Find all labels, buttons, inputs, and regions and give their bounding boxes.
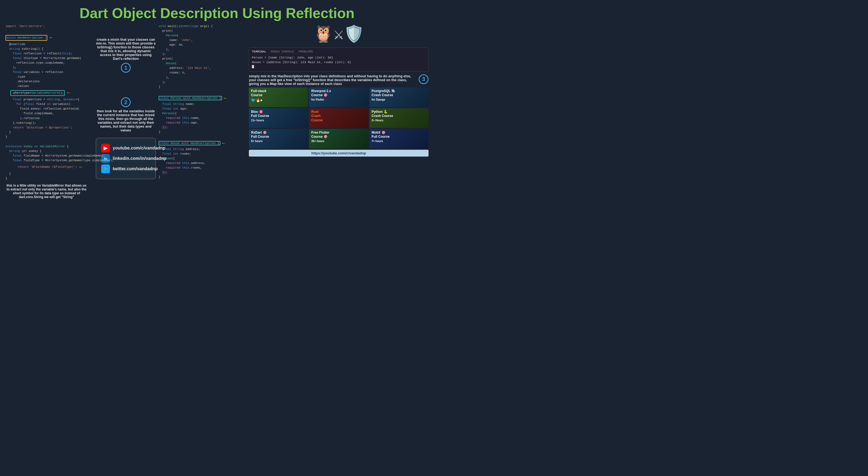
arrow-2: ← <box>67 89 70 97</box>
course-label-python: Python 🐍Crash Course2+ Hours <box>372 110 393 123</box>
tab-debug[interactable]: DEBUG CONSOLE <box>271 50 294 53</box>
callout-circle-2: 2 <box>121 97 131 107</box>
course-label-rxdart: RxDart 🎯Full Course9+ hours <box>251 131 269 143</box>
course-card-bloc[interactable]: Bloc 🎯Full Course11+ hours <box>249 108 308 128</box>
terminal-line-1: Person = {name (String): John, age (int)… <box>252 56 426 60</box>
house-class-highlight: class House with HasDescription { <box>159 141 220 145</box>
course-label-riverpod: Riverpod 2.xCourse 🎯for Flutter <box>311 89 331 102</box>
person-class-highlight-row: class Person with HasDescription { ← <box>159 95 246 101</box>
terminal-output: Person = {name (String): John, age (int)… <box>252 56 426 69</box>
arrow-4: ← <box>224 95 227 101</box>
page-title: Dart Object Description Using Reflection <box>0 0 434 24</box>
callout-circle-1: 1 <box>121 63 131 73</box>
callout-2-wrapper: 2 then look for all the variables inside… <box>96 97 156 132</box>
bottom-annotation: this is a little utility on VariableMirr… <box>5 183 88 199</box>
course-card-python[interactable]: Python 🐍Crash Course2+ Hours <box>369 108 429 128</box>
terminal-line-2: House = {address (String): 123 Main St, … <box>252 60 426 65</box>
terminal-box: TERMINAL DEBUG CONSOLE PROBLEMS Person =… <box>249 47 429 72</box>
callout-circle-3: 3 <box>419 74 429 84</box>
terminal-cursor <box>252 65 254 68</box>
course-label-bloc: Bloc 🎯Full Course11+ hours <box>251 110 269 123</box>
twitter-link[interactable]: 🐦 twitter.com/vandadnp <box>101 165 150 173</box>
middle-code-panel: void main(List<String> args) { print( Pe… <box>159 24 246 199</box>
course-card-fullstack[interactable]: Full-stackCourse🐦🔥♠️ <box>249 88 308 107</box>
terminal-tabs: TERMINAL DEBUG CONSOLE PROBLEMS <box>252 50 426 53</box>
course-label-postgresql: PostgreSQL 🐘Crash Coursefor Django <box>372 89 396 102</box>
twitter-icon: 🐦 <box>101 165 110 173</box>
main-code-block: void main(List<String> args) { print( Pe… <box>159 24 246 89</box>
callout-3-wrapper: simply mix in the HasDescription into yo… <box>249 74 429 86</box>
tab-problems[interactable]: PROBLEMS <box>299 50 313 53</box>
youtube-link[interactable]: ▶ youtube.com/c/vandadnp <box>101 144 150 152</box>
house-class-highlight-row: class House with HasDescription { ← <box>159 140 246 146</box>
yt-url-bar[interactable]: https://youtube.com/c/vandadnp <box>249 150 429 157</box>
arrow-5: ← <box>222 140 225 146</box>
import-line: import 'dart:mirrors'; <box>5 24 93 29</box>
middle-left-panel: create a mixin that your classes can mix… <box>96 24 156 199</box>
course-card-flutter[interactable]: Free FlutterCourse 🎯35+ hours <box>309 129 368 149</box>
social-box: ▶ youtube.com/c/vandadnp in linkedin.com… <box>96 138 156 179</box>
left-code-block: import 'dart:mirrors'; mixin HasDescript… <box>5 24 93 139</box>
arrow-3: ← <box>79 163 82 171</box>
course-label-rust: RustCrashCourse <box>311 110 322 123</box>
callout-1-wrapper: create a mixin that your classes can mix… <box>96 38 156 73</box>
main-content: import 'dart:mirrors'; mixin HasDescript… <box>0 24 434 199</box>
course-grid: Full-stackCourse🐦🔥♠️ Riverpod 2.xCourse … <box>249 88 429 149</box>
callout-1-text: create a mixin that your classes can mix… <box>96 38 156 61</box>
extension-code-block: extension AsKey on VariableMirror { Stri… <box>5 144 93 181</box>
mixin-highlight: mixin HasDescription { <box>5 35 47 41</box>
course-card-rxdart[interactable]: RxDart 🎯Full Course9+ hours <box>249 129 308 149</box>
youtube-icon: ▶ <box>101 144 110 152</box>
course-label-flutter: Free FlutterCourse 🎯35+ hours <box>311 131 329 143</box>
where-type-highlight: .whereType<VariableMirror>(); <box>10 90 65 96</box>
course-card-riverpod[interactable]: Riverpod 2.xCourse 🎯for Flutter <box>309 88 368 107</box>
left-panel: import 'dart:mirrors'; mixin HasDescript… <box>5 24 93 199</box>
tab-terminal[interactable]: TERMINAL <box>252 50 266 53</box>
course-card-postgresql[interactable]: PostgreSQL 🐘Crash Coursefor Django <box>369 88 429 107</box>
arrow-1: ← <box>50 34 53 41</box>
right-panel: 🦉⚔️🛡️ TERMINAL DEBUG CONSOLE PROBLEMS Pe… <box>249 24 429 199</box>
course-label-fullstack: Full-stackCourse🐦🔥♠️ <box>251 89 266 103</box>
mascot: 🦉⚔️🛡️ <box>249 24 429 44</box>
course-card-rust[interactable]: RustCrashCourse <box>309 108 368 128</box>
callout-3-text: simply mix in the HasDescription into yo… <box>249 74 416 86</box>
callout-2-text: then look for all the variables inside t… <box>96 109 156 132</box>
course-label-mobx: MobX 🎯Full Course7+ hours <box>372 131 390 143</box>
course-card-mobx[interactable]: MobX 🎯Full Course7+ hours <box>369 129 429 149</box>
person-class-highlight: class Person with HasDescription { <box>159 96 222 100</box>
page-wrapper: Dart Object Description Using Reflection… <box>0 0 434 199</box>
